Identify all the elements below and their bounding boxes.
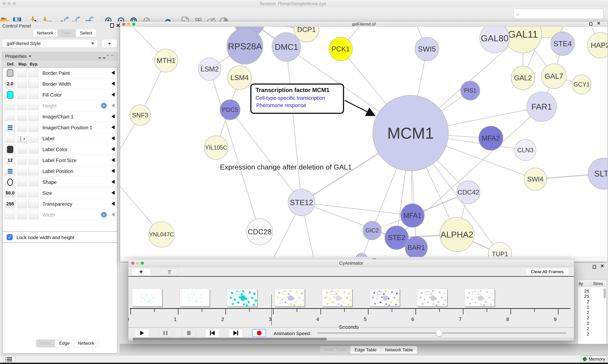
mapping-cell[interactable] [17, 112, 27, 121]
cyanimator-titlebar[interactable]: CyAnimator [128, 259, 574, 267]
expand-left-icon[interactable] [111, 82, 115, 86]
bypass-cell[interactable] [28, 91, 39, 99]
tab-edge-table[interactable]: Edge Table [350, 346, 381, 354]
mapping-cell[interactable] [17, 167, 27, 176]
play-button[interactable] [135, 329, 149, 337]
expand-left-icon[interactable] [111, 125, 115, 129]
expand-left-icon[interactable] [111, 212, 115, 217]
node-alpha2[interactable]: ALPHA2 [440, 217, 474, 252]
cyanimator-horizontal-scrollbar[interactable] [128, 338, 574, 341]
property-row-size[interactable]: 50.0Size [2, 188, 117, 198]
search-input[interactable]: ⌕ [514, 9, 604, 19]
properties-header[interactable]: Properties ⌄⌄ ⌃⌃ [1, 52, 118, 61]
playhead[interactable] [271, 294, 272, 326]
style-options-button[interactable] [102, 39, 117, 48]
table-cell[interactable]: 2 [578, 326, 589, 331]
stop-button[interactable] [182, 329, 196, 337]
expand-left-icon[interactable] [111, 147, 115, 151]
close-panel-icon[interactable]: × [116, 23, 120, 28]
property-row-border-paint[interactable]: Border Paint [2, 67, 117, 78]
property-row-width[interactable]: Widthi [2, 209, 117, 220]
default-cell[interactable] [5, 91, 15, 99]
node-yil105c[interactable]: YIL105C [204, 136, 228, 160]
table-vertical-scrollbar[interactable] [604, 288, 606, 298]
node-slt2[interactable]: SLT2 [588, 158, 608, 189]
tab-select[interactable]: Select [76, 29, 97, 37]
mapping-cell[interactable]: ⋮› [17, 134, 27, 143]
mapping-cell[interactable] [17, 69, 27, 77]
node-lsm2[interactable]: LSM2 [198, 58, 221, 80]
table-cell[interactable]: 26 [578, 288, 589, 294]
column-header[interactable]: Stres [593, 281, 603, 286]
style-selector[interactable]: galFiltered Style [2, 39, 98, 48]
property-row-label[interactable]: ⋮›Label [2, 133, 117, 144]
mcm1-annotation-box[interactable]: Transcription factor MCM1 Cell-type-spec… [250, 83, 344, 114]
table-cell[interactable]: 2 [578, 321, 589, 326]
property-row-label-position[interactable]: Label Position [2, 166, 117, 177]
expand-left-icon[interactable] [111, 71, 115, 75]
tab-node-table[interactable]: Node Table [320, 346, 350, 354]
bypass-cell[interactable] [28, 134, 39, 143]
property-row-transparency[interactable]: 255Transparency [2, 198, 117, 209]
annotation-link-2[interactable]: Pheromone response [256, 102, 306, 108]
default-cell[interactable]: 12 [5, 156, 15, 165]
tab-network-table[interactable]: Network Table [381, 346, 417, 354]
property-row-fill-color[interactable]: Fill Color [2, 89, 117, 100]
expand-left-icon[interactable] [111, 202, 115, 206]
bypass-cell[interactable] [28, 69, 39, 77]
default-cell[interactable] [5, 134, 15, 143]
table-cell[interactable]: 2 [578, 332, 589, 337]
node-mth1[interactable]: MTH1 [154, 49, 178, 72]
mapping-cell[interactable] [17, 200, 27, 208]
bypass-cell[interactable] [28, 189, 39, 197]
default-cell[interactable]: 255 [5, 200, 15, 208]
default-cell[interactable] [5, 123, 15, 132]
mapping-cell[interactable] [17, 210, 27, 219]
expand-left-icon[interactable] [111, 136, 115, 140]
bypass-cell[interactable] [28, 178, 39, 186]
tab-network[interactable]: Network [33, 29, 58, 37]
zoom-traffic-light[interactable] [13, 2, 16, 5]
mapping-cell[interactable] [17, 123, 27, 132]
column-header[interactable]: ity [579, 281, 583, 286]
close-traffic-light[interactable] [2, 2, 6, 5]
mapping-cell[interactable] [17, 101, 27, 110]
node-far1[interactable]: FAR1 [527, 92, 557, 122]
clear-all-frames-button[interactable]: Clear All Frames [525, 268, 569, 275]
float-window-icon[interactable] [110, 23, 114, 28]
mapping-cell[interactable] [17, 91, 27, 99]
mapping-cell[interactable] [17, 178, 27, 186]
expand-left-icon[interactable] [111, 114, 115, 118]
tab-network[interactable]: Network [74, 339, 98, 347]
bypass-cell[interactable] [28, 123, 39, 132]
expand-left-icon[interactable] [111, 158, 115, 162]
node-snf3[interactable]: SNF3 [130, 105, 151, 126]
node-mfa1[interactable]: MFA1 [401, 204, 425, 228]
bypass-cell[interactable] [28, 167, 39, 176]
lock-size-checkbox[interactable]: ✓ [7, 234, 13, 240]
canvas-annotation-text[interactable]: Expression change after deletion of GAL1 [220, 163, 352, 171]
property-row-height[interactable]: Heighti [2, 100, 117, 111]
bypass-cell[interactable] [28, 210, 39, 219]
node-mfa2[interactable]: MFA2 [479, 126, 503, 151]
bypass-cell[interactable] [28, 79, 39, 88]
default-cell[interactable] [5, 112, 15, 121]
network-canvas[interactable]: GAL11DCP1RPS28ADMC1PCK1MTH1LSM2LSM4SWI5G… [120, 27, 608, 257]
frame-thumbnail-1[interactable] [180, 288, 210, 306]
go-to-start-button[interactable] [205, 329, 219, 337]
default-cell[interactable]: 50.0 [5, 189, 15, 197]
node-swi4[interactable]: SWI4 [524, 168, 547, 191]
table-cell[interactable]: 1 [578, 305, 589, 310]
default-cell[interactable] [5, 167, 15, 176]
node-ste12[interactable]: STE12 [288, 189, 315, 216]
info-icon[interactable]: i [101, 103, 107, 108]
slider-thumb[interactable] [436, 330, 442, 336]
record-button[interactable] [252, 329, 266, 337]
float-window-icon[interactable] [593, 265, 596, 269]
bypass-cell[interactable] [28, 200, 39, 208]
node-gcy1[interactable]: GCY1 [572, 75, 591, 94]
node-pck1[interactable]: PCK1 [329, 37, 353, 61]
frame-thumbnail-6[interactable] [417, 288, 447, 306]
default-cell[interactable] [5, 101, 15, 110]
close-panel-icon[interactable]: × [601, 264, 604, 268]
